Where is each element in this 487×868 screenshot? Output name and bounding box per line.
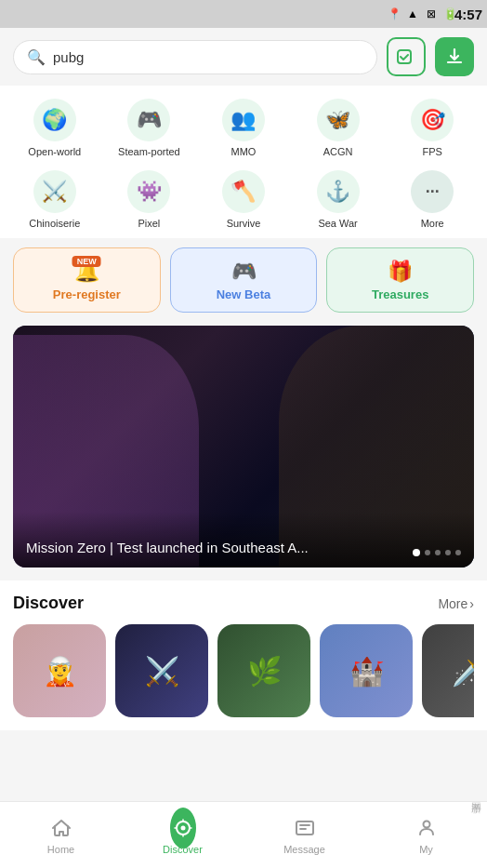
search-input[interactable] (53, 49, 363, 65)
home-label: Home (47, 844, 74, 855)
newbeta-icon: 🎮 (231, 260, 257, 284)
tab-preregister[interactable]: NEW 🔔 Pre-register (13, 247, 161, 313)
tab-newbeta[interactable]: 🎮 New Beta (170, 247, 318, 313)
download-icon (444, 47, 465, 67)
tab-treasures-label: Treasures (372, 287, 428, 301)
banner-dots (413, 549, 461, 556)
download-button[interactable] (435, 37, 474, 76)
game-row: 🧝 ⚔️ 🌿 🏰 🗡️ (13, 624, 474, 717)
status-time: 4:57 (461, 7, 476, 21)
message-label: Message (283, 844, 325, 855)
discover-title: Discover (13, 594, 84, 613)
discover-nav-icon (170, 815, 196, 841)
more-label: More (438, 596, 467, 611)
bottom-nav: Home Discover Message (0, 801, 487, 868)
svg-point-4 (423, 821, 429, 828)
game-thumb-4[interactable]: 🏰 (320, 624, 413, 717)
discover-section: Discover More › 🧝 ⚔️ 🌿 🏰 🗡️ (0, 581, 487, 730)
game-thumb-5[interactable]: 🗡️ (422, 624, 474, 717)
category-pixel[interactable]: 👾 Pixel (104, 170, 195, 229)
status-icons: 📍 ▲ ⊠ 🔋 4:57 (387, 7, 476, 21)
watermark: 游手新网 (466, 791, 487, 798)
banner-overlay: Mission Zero | Test launched in Southeas… (13, 512, 474, 568)
tab-newbeta-label: New Beta (217, 287, 271, 301)
discover-more-link[interactable]: More › (438, 596, 474, 611)
search-icon: 🔍 (27, 48, 46, 66)
banner-title: Mission Zero | Test launched in Southeas… (26, 540, 309, 555)
category-acgn[interactable]: 🦋 ACGN (293, 99, 384, 157)
tabs-section: NEW 🔔 Pre-register 🎮 New Beta 🎁 Treasure… (13, 247, 474, 313)
category-grid: 🌍 Open-world 🎮 Steam-ported 👥 MMO 🦋 ACGN… (9, 99, 478, 229)
banner-dot-3 (435, 550, 441, 555)
banner-dot-1 (413, 549, 420, 556)
my-label: My (419, 844, 433, 855)
category-mmo[interactable]: 👥 MMO (198, 99, 289, 157)
discover-label: Discover (163, 844, 203, 855)
search-box[interactable]: 🔍 (13, 40, 377, 74)
signal-icon: ⊠ (424, 7, 439, 21)
checklist-icon (396, 47, 416, 67)
nav-message[interactable]: Message (244, 808, 365, 862)
category-more[interactable]: ··· More (387, 170, 478, 229)
game-thumb-3[interactable]: 🌿 (217, 624, 310, 717)
category-survive[interactable]: 🪓 Survive (198, 170, 289, 229)
category-chinoiserie[interactable]: ⚔️ Chinoiserie (9, 170, 100, 229)
status-bar: 📍 ▲ ⊠ 🔋 4:57 (0, 0, 487, 28)
category-open-world[interactable]: 🌍 Open-world (9, 99, 100, 157)
home-icon (48, 815, 74, 841)
tab-treasures[interactable]: 🎁 Treasures (326, 247, 474, 313)
nav-discover[interactable]: Discover (122, 808, 244, 862)
chevron-right-icon: › (469, 596, 474, 611)
banner-dot-4 (445, 550, 451, 555)
checklist-button[interactable] (387, 37, 426, 76)
tab-preregister-label: Pre-register (53, 287, 121, 301)
banner-dot-2 (425, 550, 430, 555)
category-steam-ported[interactable]: 🎮 Steam-ported (104, 99, 195, 157)
wifi-icon: ▲ (405, 7, 420, 21)
nav-my[interactable]: My (365, 808, 487, 862)
game-thumb-2[interactable]: ⚔️ (115, 624, 208, 717)
top-bar: 🔍 (0, 28, 487, 86)
category-fps[interactable]: 🎯 FPS (387, 99, 478, 157)
svg-rect-3 (296, 821, 313, 835)
my-icon (414, 815, 440, 841)
svg-point-2 (180, 826, 185, 831)
nav-home[interactable]: Home (0, 808, 122, 862)
treasures-icon: 🎁 (388, 260, 413, 284)
new-badge: NEW (72, 256, 101, 267)
discover-header: Discover More › (13, 594, 474, 613)
category-sea-war[interactable]: ⚓ Sea War (293, 170, 384, 229)
banner[interactable]: Mission Zero | Test launched in Southeas… (13, 326, 474, 568)
message-icon (292, 815, 318, 841)
game-thumb-1[interactable]: 🧝 (13, 624, 106, 717)
banner-dot-5 (455, 550, 461, 555)
category-section: 🌍 Open-world 🎮 Steam-ported 👥 MMO 🦋 ACGN… (0, 86, 487, 238)
location-icon: 📍 (387, 7, 401, 21)
